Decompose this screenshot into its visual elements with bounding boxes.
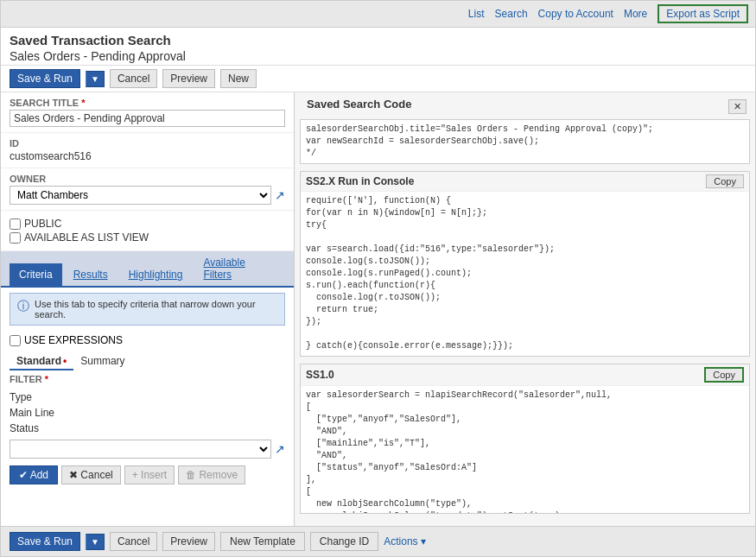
- available-as-list-view-row: AVAILABLE AS LIST VIEW: [10, 231, 285, 244]
- filter-action-buttons: ✔ Add ✖ Cancel + Insert 🗑 Remove: [1, 462, 294, 488]
- use-expressions-row: USE EXPRESSIONS: [1, 331, 294, 350]
- bottom-save-run-button[interactable]: Save & Run: [10, 532, 80, 551]
- ss2x-header: SS2.X Run in Console Copy: [301, 172, 749, 192]
- add-button[interactable]: ✔ Add: [10, 465, 58, 484]
- filter-rows: Type Main Line Status: [1, 389, 294, 436]
- tab-results[interactable]: Results: [64, 263, 118, 286]
- new-button[interactable]: New: [220, 69, 257, 88]
- info-box: ⓘ Use this tab to specify criteria that …: [10, 293, 285, 326]
- tab-highlighting[interactable]: Highlighting: [119, 263, 193, 286]
- public-checkbox-row: PUBLIC: [10, 218, 285, 230]
- bottom-preview-button[interactable]: Preview: [162, 532, 215, 551]
- filter-value-select[interactable]: [10, 440, 271, 459]
- filter-cancel-button[interactable]: ✖ Cancel: [61, 465, 121, 484]
- public-label: PUBLIC: [24, 218, 61, 230]
- code-panel-title: Saved Search Code: [303, 98, 415, 111]
- left-panel: SEARCH TITLE * ID customsearch516 OWNER …: [1, 92, 295, 526]
- sub-tab-summary[interactable]: Summary: [73, 353, 131, 370]
- close-button[interactable]: ✕: [728, 99, 746, 114]
- use-expressions-label: USE EXPRESSIONS: [24, 334, 123, 346]
- ss10-code-block: SS1.0 Copy var salesorderSearch = nlapiS…: [300, 364, 750, 514]
- nav-copy-to-account[interactable]: Copy to Account: [538, 8, 613, 20]
- main-toolbar: Save & Run ▼ Cancel Preview New: [1, 66, 755, 92]
- save-run-button[interactable]: Save & Run: [10, 69, 80, 88]
- ss2x-code-block: SS2.X Run in Console Copy require(['N'],…: [300, 171, 750, 357]
- preview-button[interactable]: Preview: [162, 69, 215, 88]
- saved-search-code-content: salesorderSearchObj.title="Sales Orders …: [301, 120, 749, 163]
- id-label: ID: [10, 138, 285, 149]
- tab-criteria[interactable]: Criteria: [10, 263, 62, 286]
- tab-available-filters[interactable]: Available Filters: [194, 251, 283, 286]
- filter-label: FILTER *: [10, 374, 285, 384]
- add-dropdown-row: ↗: [10, 440, 285, 459]
- nav-more[interactable]: More: [624, 8, 647, 20]
- checkboxes-section: PUBLIC AVAILABLE AS LIST VIEW: [1, 211, 294, 251]
- new-template-button[interactable]: New Template: [220, 532, 305, 551]
- ss2x-code-content: require(['N'], function(N) { for(var n i…: [301, 192, 749, 356]
- info-icon: ⓘ: [17, 299, 29, 314]
- owner-row: Matt Chambers ↗: [10, 186, 285, 205]
- nav-list[interactable]: List: [468, 8, 485, 20]
- ss10-copy-button[interactable]: Copy: [704, 367, 744, 383]
- right-panel: Saved Search Code ✕ salesorderSearchObj.…: [295, 92, 755, 526]
- search-title-section: SEARCH TITLE *: [1, 92, 294, 133]
- filter-row-main-line: Main Line: [10, 405, 285, 421]
- sub-tabs: Standard• Summary: [1, 350, 294, 370]
- insert-button[interactable]: + Insert: [124, 465, 175, 484]
- page-title-sub: Sales Orders - Pending Approval: [10, 49, 746, 63]
- page-header: Saved Transaction Search Sales Orders - …: [1, 28, 755, 66]
- owner-link-icon[interactable]: ↗: [275, 188, 285, 202]
- ss2x-copy-button[interactable]: Copy: [706, 174, 744, 188]
- filter-row-type: Type: [10, 389, 285, 405]
- change-id-button[interactable]: Change ID: [310, 532, 378, 551]
- owner-select[interactable]: Matt Chambers: [10, 186, 271, 205]
- sub-tab-standard[interactable]: Standard•: [10, 353, 73, 370]
- page-title-main: Saved Transaction Search: [10, 33, 746, 47]
- search-title-label: SEARCH TITLE *: [10, 98, 285, 108]
- export-as-script-button[interactable]: Export as Script: [658, 4, 748, 23]
- ss10-label: SS1.0: [306, 369, 334, 381]
- bottom-toolbar: Save & Run ▼ Cancel Preview New Template…: [1, 526, 755, 556]
- filter-section: FILTER *: [1, 370, 294, 389]
- code-panel-header: Saved Search Code ✕: [300, 98, 750, 119]
- top-nav: List Search Copy to Account More Export …: [1, 1, 755, 28]
- nav-search[interactable]: Search: [495, 8, 528, 20]
- search-title-input[interactable]: [10, 110, 285, 127]
- id-section: ID customsearch516: [1, 133, 294, 168]
- owner-label: OWNER: [10, 174, 285, 184]
- cancel-button[interactable]: Cancel: [110, 69, 157, 88]
- available-as-list-view-checkbox[interactable]: [10, 232, 21, 244]
- criteria-tabs-bar: Criteria Results Highlighting Available …: [1, 251, 294, 288]
- ss2x-label: SS2.X Run in Console: [306, 175, 414, 187]
- bottom-cancel-button[interactable]: Cancel: [110, 532, 157, 551]
- owner-section: OWNER Matt Chambers ↗: [1, 168, 294, 211]
- remove-button[interactable]: 🗑 Remove: [178, 465, 245, 484]
- actions-button[interactable]: Actions ▾: [384, 535, 426, 548]
- filter-link-icon[interactable]: ↗: [275, 442, 285, 456]
- available-as-list-view-label: AVAILABLE AS LIST VIEW: [24, 231, 149, 244]
- saved-search-code-block: salesorderSearchObj.title="Sales Orders …: [300, 119, 750, 164]
- public-checkbox[interactable]: [10, 218, 21, 230]
- use-expressions-checkbox[interactable]: [10, 335, 21, 346]
- info-text: Use this tab to specify criteria that na…: [35, 299, 277, 320]
- ss10-code-content: var salesorderSearch = nlapiSearchRecord…: [301, 386, 749, 513]
- filter-row-status: Status: [10, 421, 285, 436]
- ss10-header: SS1.0 Copy: [301, 364, 749, 386]
- bottom-save-run-dropdown-button[interactable]: ▼: [86, 534, 105, 550]
- content-area: SEARCH TITLE * ID customsearch516 OWNER …: [1, 92, 755, 526]
- save-run-dropdown-button[interactable]: ▼: [86, 71, 105, 87]
- id-value: customsearch516: [10, 150, 285, 162]
